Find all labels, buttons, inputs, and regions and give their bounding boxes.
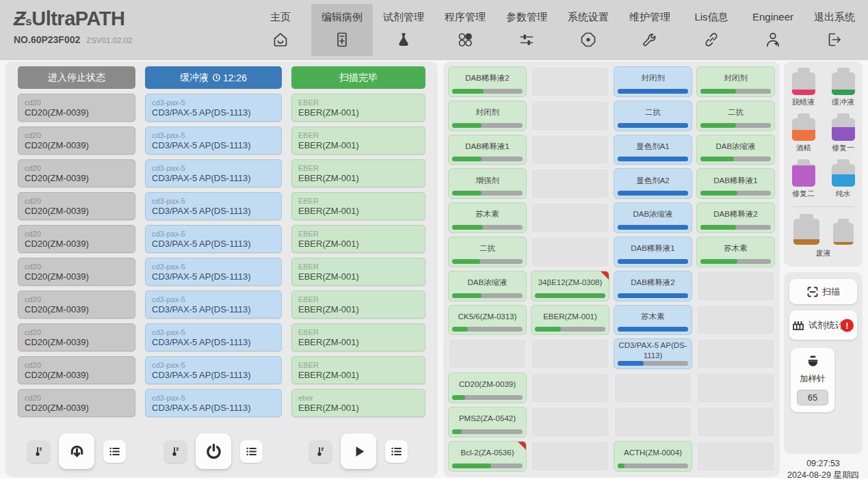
slide-card[interactable]: EBEREBER(ZM-001) <box>291 356 425 384</box>
reagent-slot-empty[interactable] <box>696 338 775 369</box>
list-button[interactable] <box>240 440 263 463</box>
reagent-slot-empty[interactable] <box>531 373 609 403</box>
slide-card[interactable]: cd3-pax-5CD3/PAX-5 AP(DS-1113) <box>145 159 282 187</box>
bottle-缓冲液[interactable]: 缓冲液 <box>828 68 858 107</box>
nav-item-2[interactable]: 试剂管理 <box>373 4 434 56</box>
reagent-slot-empty[interactable] <box>531 66 609 97</box>
waste-bottle-2[interactable] <box>833 219 854 245</box>
reagent-slot[interactable]: DAB稀释液1 <box>614 237 692 267</box>
reagent-slot[interactable]: DAB浓缩液 <box>696 135 775 165</box>
reagent-slot[interactable]: CD20(ZM-0039) <box>448 373 527 403</box>
bottle-脱蜡液[interactable]: 脱蜡液 <box>789 68 819 107</box>
reagent-slot[interactable]: DAB稀释液2 <box>448 66 527 97</box>
reagent-slot[interactable]: DAB稀释液2 <box>614 271 692 301</box>
temperature-button[interactable] <box>164 440 187 463</box>
nav-item-5[interactable]: 系统设置 <box>557 4 619 56</box>
column-status-header[interactable]: 进入停止状态 <box>18 66 135 89</box>
reagent-slot[interactable]: 苏木素 <box>614 305 692 336</box>
bottle-修复二[interactable]: 修复二 <box>789 159 819 199</box>
reagent-slot[interactable]: 封闭剂 <box>614 66 692 97</box>
nav-item-1[interactable]: 编辑病例 <box>311 4 373 56</box>
waste-bottle-1[interactable] <box>793 214 819 245</box>
reagent-slot[interactable]: CD3/PAX-5 AP(DS-1113) <box>614 338 692 369</box>
power-button[interactable] <box>196 433 231 469</box>
bottle-纯水[interactable]: 纯水 <box>828 159 858 199</box>
slide-card[interactable]: cd3-pax-5CD3/PAX-5 AP(DS-1113) <box>145 291 282 319</box>
nav-item-4[interactable]: 参数管理 <box>496 4 557 56</box>
slide-card[interactable]: cd20CD20(ZM-0039) <box>18 389 135 417</box>
reagent-slot[interactable]: 封闭剂 <box>696 66 775 97</box>
reagent-slot[interactable]: 二抗 <box>448 237 527 267</box>
temperature-button[interactable] <box>27 440 50 463</box>
bottle-酒精[interactable]: 酒精 <box>789 113 819 153</box>
sampler-needle-card[interactable]: 加样针 65 <box>791 348 834 412</box>
slide-card[interactable]: EBEREBER(ZM-001) <box>291 323 425 351</box>
slide-card[interactable]: EBEREBER(ZM-001) <box>291 126 425 154</box>
reagent-slot-empty[interactable] <box>448 338 527 369</box>
reagent-slot[interactable]: 苏木素 <box>448 202 527 233</box>
nav-item-0[interactable]: 主页 <box>250 4 311 56</box>
reagent-slot-empty[interactable] <box>531 100 609 131</box>
reagent-slot-empty[interactable] <box>614 373 692 403</box>
reagent-slot-empty[interactable] <box>531 338 609 369</box>
reagent-slot-empty[interactable] <box>531 135 609 165</box>
reagent-slot-empty[interactable] <box>696 373 775 403</box>
slide-card[interactable]: cd20CD20(ZM-0039) <box>18 356 135 384</box>
slide-card[interactable]: EBEREBER(ZM-001) <box>291 258 425 286</box>
slide-card[interactable]: cd3-pax-5CD3/PAX-5 AP(DS-1113) <box>145 126 282 154</box>
reagent-slot-empty[interactable] <box>531 202 609 233</box>
slide-card[interactable]: cd20CD20(ZM-0039) <box>18 192 135 220</box>
slide-card[interactable]: cd20CD20(ZM-0039) <box>18 258 135 286</box>
nav-item-3[interactable]: 程序管理 <box>434 4 496 56</box>
start-button[interactable] <box>341 433 376 469</box>
load-slides-button[interactable] <box>59 433 94 469</box>
slide-card[interactable]: cd20CD20(ZM-0039) <box>18 94 135 122</box>
nav-item-6[interactable]: 维护管理 <box>619 4 681 56</box>
reagent-slot-empty[interactable] <box>531 407 609 438</box>
reagent-slot-empty[interactable] <box>696 305 775 336</box>
scan-button[interactable]: 扫描 <box>789 279 857 304</box>
slide-card[interactable]: EBEREBER(ZM-001) <box>291 291 425 319</box>
reagent-slot-empty[interactable] <box>531 441 609 472</box>
list-button[interactable] <box>103 440 126 463</box>
slide-card[interactable]: eberEBER(ZM-001) <box>291 389 425 417</box>
reagent-slot[interactable]: 34βE12(ZM-0308) <box>531 271 609 301</box>
nav-item-8[interactable]: Engineer <box>742 4 804 56</box>
reagent-slot[interactable]: PMS2(ZA-0542) <box>448 407 527 438</box>
reagent-slot[interactable]: EBER(ZM-001) <box>531 305 609 336</box>
slide-card[interactable]: cd3-pax-5CD3/PAX-5 AP(DS-1113) <box>145 356 282 384</box>
reagent-slot[interactable]: 增强剂 <box>448 168 527 199</box>
reagent-slot[interactable]: CK5/6(ZM-0313) <box>448 305 527 336</box>
nav-item-7[interactable]: Lis信息 <box>681 4 742 56</box>
slide-card[interactable]: cd3-pax-5CD3/PAX-5 AP(DS-1113) <box>145 323 282 351</box>
reagent-slot-empty[interactable] <box>614 407 692 438</box>
reagent-slot[interactable]: DAB稀释液1 <box>696 168 775 199</box>
reagent-slot[interactable]: 二抗 <box>696 100 775 131</box>
reagent-slot-empty[interactable] <box>531 168 609 199</box>
reagent-slot[interactable]: 显色剂A2 <box>614 168 692 199</box>
slide-card[interactable]: cd20CD20(ZM-0039) <box>18 291 135 319</box>
slide-card[interactable]: EBEREBER(ZM-001) <box>291 159 425 187</box>
slide-card[interactable]: cd3-pax-5CD3/PAX-5 AP(DS-1113) <box>145 94 282 122</box>
column-status-header[interactable]: 缓冲液12:26 <box>145 66 282 89</box>
reagent-slot-empty[interactable] <box>696 271 775 301</box>
slide-card[interactable]: EBEREBER(ZM-001) <box>291 94 425 122</box>
slide-card[interactable]: cd3-pax-5CD3/PAX-5 AP(DS-1113) <box>145 192 282 220</box>
reagent-slot[interactable]: DAB浓缩液 <box>614 202 692 233</box>
reagent-slot-empty[interactable] <box>696 407 775 438</box>
slide-card[interactable]: cd20CD20(ZM-0039) <box>18 126 135 154</box>
bottle-修复一[interactable]: 修复一 <box>828 113 858 153</box>
slide-card[interactable]: EBEREBER(ZM-001) <box>291 192 425 220</box>
reagent-slot[interactable]: 二抗 <box>614 100 692 131</box>
reagent-slot[interactable]: Bcl-2(ZA-0536) <box>448 441 527 472</box>
reagent-slot[interactable]: 苏木素 <box>696 237 775 267</box>
column-status-header[interactable]: 扫描完毕 <box>291 66 425 89</box>
reagent-stats-button[interactable]: 试剂统计 ! <box>789 310 857 340</box>
reagent-slot[interactable]: DAB浓缩液 <box>448 271 527 301</box>
reagent-slot-empty[interactable] <box>696 441 775 472</box>
reagent-slot[interactable]: 显色剂A1 <box>614 135 692 165</box>
slide-card[interactable]: cd20CD20(ZM-0039) <box>18 225 135 253</box>
list-button[interactable] <box>385 440 408 463</box>
reagent-slot[interactable]: DAB稀释液1 <box>448 135 527 165</box>
slide-card[interactable]: cd20CD20(ZM-0039) <box>18 159 135 187</box>
